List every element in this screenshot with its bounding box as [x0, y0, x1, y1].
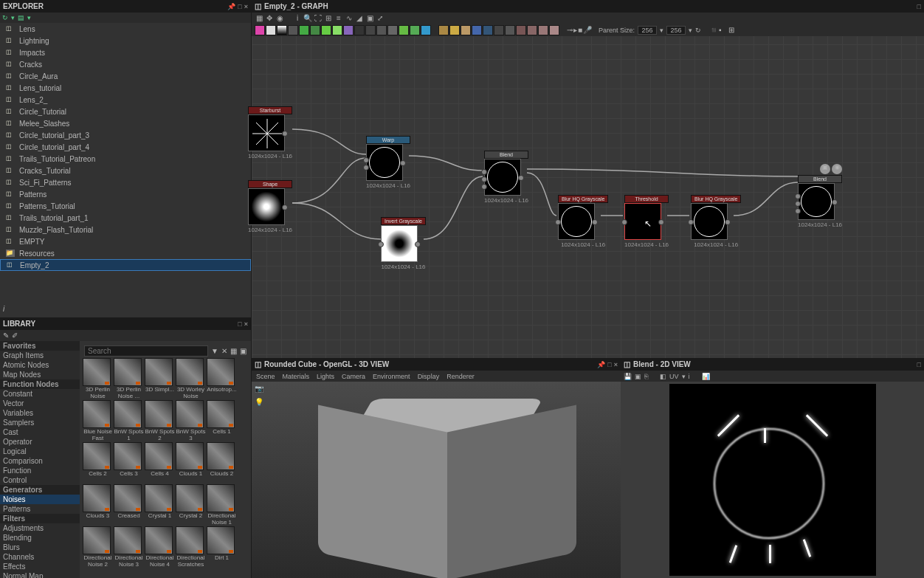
explorer-item[interactable]: ◫Trails_tutorial_part_1	[0, 212, 251, 224]
atomic-bitmap-icon[interactable]	[421, 25, 431, 35]
atomic-sharpen-icon[interactable]	[321, 25, 331, 35]
explorer-item[interactable]: ◫Sci_Fi_Patterns	[0, 176, 251, 188]
output-badge2-icon[interactable]: ◉	[832, 164, 842, 174]
library-category[interactable]: Samplers	[0, 418, 80, 427]
library-category[interactable]: Blurs	[0, 543, 80, 552]
library-thumb[interactable]: Directional Scratches	[176, 526, 206, 568]
extra1-icon[interactable]: ◾	[709, 26, 718, 34]
explorer-item[interactable]: 📁Resources	[0, 247, 251, 259]
atomic-curve-icon[interactable]	[299, 25, 309, 35]
tool-zoom-icon[interactable]: 🔍	[303, 14, 312, 23]
view3d-menu-item[interactable]: Materials	[283, 373, 310, 380]
library-thumb[interactable]: Dirt 1	[207, 526, 237, 568]
explorer-item[interactable]: ◫Melee_Slashes	[0, 117, 251, 129]
list-view-icon[interactable]: ▦	[230, 347, 237, 355]
maximize-icon[interactable]: □	[238, 320, 241, 328]
explorer-item[interactable]: ◫Empty_2	[0, 259, 251, 271]
explorer-item[interactable]: ◫Lightning	[0, 35, 251, 47]
library-thumb[interactable]: Cells 4	[145, 442, 175, 484]
explorer-item[interactable]: ◫Lens_2_	[0, 94, 251, 106]
extra2-icon[interactable]: ▪	[719, 26, 722, 34]
library-category[interactable]: Constant	[0, 389, 80, 399]
explorer-item[interactable]: ◫Circle_tutorial_part_4	[0, 141, 251, 153]
atomic-tile-icon[interactable]	[505, 25, 515, 35]
atomic-gradient-icon[interactable]	[277, 25, 287, 35]
library-category[interactable]: Cast	[0, 427, 80, 437]
pin-icon[interactable]: 📌	[227, 3, 235, 10]
library-thumb[interactable]: Cells 1	[207, 400, 237, 441]
node-threshold[interactable]: Threshold ↖ 1024x1024 - L16	[624, 195, 669, 248]
tool-expand-icon[interactable]: ⤢	[376, 14, 385, 23]
atomic-hsl-icon[interactable]	[387, 25, 398, 35]
library-thumb[interactable]: 3D Simpl...	[145, 358, 175, 399]
explorer-item[interactable]: ◫Circle_tutorial_part_3	[0, 129, 251, 141]
info-icon[interactable]: i	[689, 373, 690, 380]
node-shape[interactable]: Shape 1024x1024 - L16	[248, 180, 292, 233]
timing3-icon[interactable]: ■	[578, 26, 582, 34]
library-thumb[interactable]: Cells 2	[83, 442, 113, 484]
atomic-vector-icon[interactable]	[483, 25, 493, 35]
library-category[interactable]: Vector	[0, 399, 80, 408]
node-blur-hq-1[interactable]: Blur HQ Grayscale 1024x1024 - L16	[558, 195, 608, 248]
atomic-fx4-icon[interactable]	[549, 25, 559, 35]
node-invert-grayscale[interactable]: Invert Grayscale 1024x1024 - L16	[381, 217, 426, 270]
parent-height-input[interactable]	[666, 26, 686, 35]
view3d-menu-item[interactable]: Camera	[342, 373, 365, 380]
explorer-item[interactable]: ◫Patterns_Tutorial	[0, 200, 251, 212]
explorer-item[interactable]: ◫Muzzle_Flash_Tutorial	[0, 224, 251, 235]
library-category[interactable]: Blending	[0, 533, 80, 543]
library-thumb[interactable]: 3D Perlin Noise ...	[114, 358, 144, 399]
library-category[interactable]: Graph Items	[0, 351, 80, 360]
library-thumb[interactable]: Blue Noise Fast	[83, 400, 113, 441]
maximize-icon[interactable]: □	[917, 361, 921, 368]
library-category[interactable]: Noises	[0, 495, 80, 504]
maximize-icon[interactable]: □	[607, 361, 611, 368]
explorer-item[interactable]: ◫Trails_Tutorial_Patreon	[0, 153, 251, 165]
view3d-menu-item[interactable]: Environment	[373, 373, 410, 380]
new-icon[interactable]: ▾	[11, 14, 15, 21]
atomic-transform-icon[interactable]	[354, 25, 365, 35]
tool-fit-icon[interactable]: ⛶	[314, 14, 323, 23]
atomic-fx3-icon[interactable]	[538, 25, 548, 35]
view2d-viewport[interactable]	[621, 382, 924, 578]
maximize-icon[interactable]: □	[917, 3, 921, 10]
library-thumb[interactable]: Clouds 1	[176, 442, 206, 484]
edit-icon[interactable]: ✎	[3, 331, 9, 340]
explorer-item[interactable]: ◫Cracks	[0, 58, 251, 70]
library-category[interactable]: Channels	[0, 552, 80, 562]
view3d-menu-item[interactable]: Scene	[256, 373, 275, 380]
folder-icon[interactable]: ▤	[18, 14, 24, 21]
tool-snapshot-icon[interactable]: ◉	[275, 14, 284, 23]
clear-icon[interactable]: ✕	[221, 347, 227, 355]
explorer-item[interactable]: ◫EMPTY	[0, 235, 251, 247]
library-thumb[interactable]: Directional Noise 1	[207, 484, 237, 526]
view3d-menu-item[interactable]: Display	[418, 373, 440, 380]
node-starburst[interactable]: Starburst 1024x1024 - L16	[248, 106, 292, 159]
filter-icon[interactable]: ▼	[211, 347, 218, 355]
view3d-menu-item[interactable]: Renderer	[447, 373, 475, 380]
histogram-icon[interactable]: 📊	[702, 373, 710, 380]
node-blend-1[interactable]: Blend 1024x1024 - L16	[484, 151, 528, 204]
save-icon[interactable]: 💾	[624, 373, 632, 380]
dropdown-icon[interactable]: ▾	[689, 27, 692, 34]
atomic-warp-icon[interactable]	[343, 25, 354, 35]
atomic-distance-icon[interactable]	[410, 25, 420, 35]
split-icon[interactable]: ◧	[660, 373, 666, 380]
search-input[interactable]	[84, 345, 208, 357]
atomic-grayscale-icon[interactable]	[376, 25, 387, 35]
audio-icon[interactable]: 🎤	[583, 26, 592, 34]
library-thumb[interactable]: 3D Worley Noise	[176, 358, 206, 399]
library-category[interactable]: Control	[0, 475, 80, 485]
library-thumb[interactable]: Clouds 3	[83, 484, 113, 526]
library-thumb[interactable]: BnW Spots 1	[114, 400, 144, 441]
library-category[interactable]: Patterns	[0, 504, 80, 514]
library-category[interactable]: Comparison	[0, 456, 80, 466]
atomic-fx2-icon[interactable]	[527, 25, 537, 35]
tool-drag-icon[interactable]: ✥	[265, 14, 274, 23]
library-thumb[interactable]: Creased	[114, 484, 144, 526]
library-category[interactable]: Operator	[0, 437, 80, 447]
collapse-icon[interactable]: ▾	[27, 14, 31, 21]
library-category[interactable]: Effects	[0, 562, 80, 571]
tool-select-icon[interactable]: ▦	[255, 14, 263, 23]
close-icon[interactable]: ×	[244, 3, 248, 10]
